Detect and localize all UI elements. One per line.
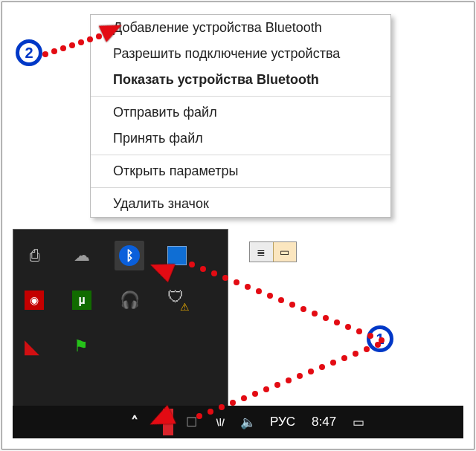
menu-item-show-bluetooth-devices[interactable]: Показать устройства Bluetooth [91,67,390,93]
svg-point-7 [300,306,306,312]
svg-point-5 [323,315,329,321]
svg-point-11 [256,288,262,294]
svg-point-41 [96,33,102,39]
svg-point-13 [234,279,239,285]
svg-point-31 [230,400,236,406]
menu-item-receive-file[interactable]: Принять файл [91,126,390,152]
headset-icon[interactable] [115,285,144,315]
menu-item-remove-icon[interactable]: Удалить значок [91,191,390,217]
menu-item-add-bluetooth-device[interactable]: Добавление устройства Bluetooth [91,15,390,41]
green-flag-icon[interactable] [67,330,97,360]
menu-item-open-settings[interactable]: Открыть параметры [91,158,390,184]
annotated-screenshot: Добавление устройства Bluetooth Разрешит… [1,1,475,450]
svg-point-30 [241,395,247,401]
svg-point-15 [211,270,217,276]
menu-item-label: Разрешить подключение устройства [113,46,340,61]
svg-point-38 [69,42,75,48]
svg-point-37 [60,45,66,51]
svg-point-16 [200,266,206,272]
svg-point-18 [375,342,381,348]
svg-point-33 [208,409,213,415]
menu-item-allow-device-connection[interactable]: Разрешить подключение устройства [91,41,390,67]
menu-separator [91,187,390,188]
menu-item-label: Отправить файл [113,105,217,120]
svg-point-34 [196,413,202,419]
svg-point-2 [356,328,362,334]
menu-item-label: Добавление устройства Bluetooth [113,20,322,35]
svg-point-9 [278,297,284,303]
svg-point-28 [263,386,269,392]
svg-point-12 [245,284,251,290]
annotation-arrow-1-bottom [162,340,385,429]
usb-icon[interactable] [19,241,49,270]
svg-point-26 [286,377,292,383]
svg-point-23 [319,364,325,370]
menu-item-label: Удалить значок [113,196,209,211]
utorrent-icon[interactable]: µ [67,285,97,315]
svg-point-20 [353,351,358,357]
svg-point-8 [289,302,295,308]
svg-point-36 [51,48,57,54]
menu-item-label: Принять файл [113,131,203,146]
svg-point-22 [330,360,336,366]
svg-point-6 [312,311,318,317]
svg-point-32 [219,404,225,410]
svg-point-21 [341,355,347,361]
bluetooth-context-menu: Добавление устройства Bluetooth Разрешит… [90,14,391,218]
svg-point-17 [189,262,195,267]
cloud-icon[interactable] [67,241,97,270]
svg-point-27 [274,382,280,388]
svg-point-3 [345,324,351,330]
bluetooth-tray-icon[interactable]: ᛒ [115,241,144,270]
svg-point-14 [222,275,228,281]
annotation-badge-2: 2 [16,39,42,66]
svg-point-10 [267,293,273,299]
tray-chevron-icon[interactable] [124,412,145,432]
menu-item-label: Показать устройства Bluetooth [113,72,319,87]
menu-separator [91,155,390,155]
warning-flag-icon[interactable] [19,330,49,360]
annotation-arrow-1-top [158,251,389,348]
svg-point-35 [42,51,48,57]
menu-item-send-file[interactable]: Отправить файл [91,100,390,126]
menu-separator [91,96,390,97]
svg-point-1 [367,333,373,339]
svg-point-4 [334,319,340,325]
svg-point-24 [308,369,314,374]
camera-icon[interactable]: ◉ [19,285,49,315]
svg-point-19 [364,346,370,352]
svg-point-29 [252,391,258,397]
svg-point-25 [297,373,303,379]
menu-item-label: Открыть параметры [113,163,238,178]
svg-point-40 [87,36,93,42]
svg-point-39 [78,39,84,45]
